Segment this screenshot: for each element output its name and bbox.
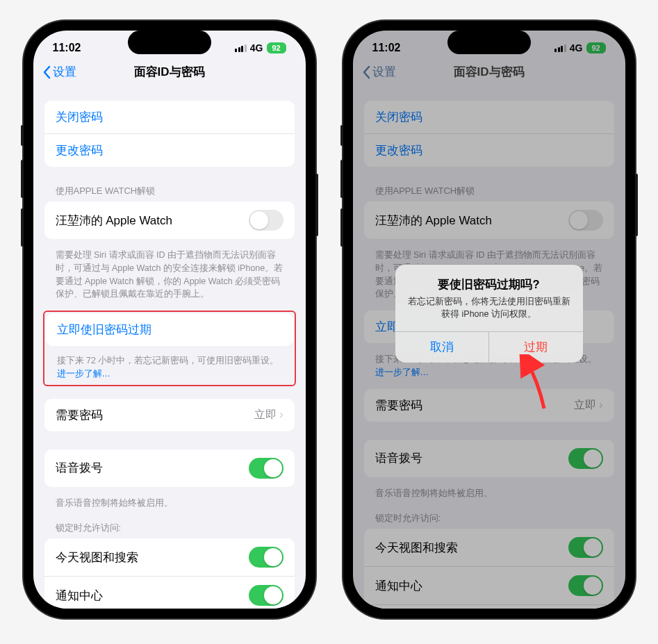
voice-footer: 音乐语音控制将始终被启用。 [44, 493, 295, 510]
battery-icon: 92 [267, 42, 286, 53]
notification-center-toggle[interactable] [249, 585, 283, 606]
voice-dial-row[interactable]: 语音拨号 [44, 449, 295, 487]
dynamic-island [447, 31, 531, 54]
voice-dial-toggle[interactable] [249, 458, 283, 479]
status-time: 11:02 [53, 42, 81, 54]
notification-center-row[interactable]: 通知中心 [44, 577, 295, 609]
turn-off-passcode-button[interactable]: 关闭密码 [44, 101, 295, 134]
watch-header: 使用APPLE WATCH解锁 [44, 172, 295, 201]
require-passcode-label: 需要密码 [56, 407, 103, 423]
apple-watch-label: 汪堃沛的 Apple Watch [56, 213, 172, 229]
apple-watch-toggle[interactable] [249, 210, 283, 231]
apple-watch-row[interactable]: 汪堃沛的 Apple Watch [44, 201, 295, 239]
learn-more-link[interactable]: 进一步了解… [57, 369, 111, 379]
chevron-left-icon [42, 65, 51, 79]
today-view-toggle[interactable] [249, 547, 283, 568]
dynamic-island [128, 31, 211, 54]
chevron-right-icon: › [279, 408, 283, 421]
expire-footer: 接下来 72 小时中，若忘记新密码，可使用旧密码重设。 进一步了解… [46, 350, 293, 383]
nav-bar: 设置 面容ID与密码 [33, 60, 306, 88]
watch-footer: 需要处理 Siri 请求或面容 ID 由于遮挡物而无法识别面容时，可通过与 Ap… [44, 245, 295, 301]
voice-dial-label: 语音拨号 [56, 460, 103, 476]
require-passcode-row[interactable]: 需要密码 立即 › [44, 399, 295, 431]
alert-cancel-button[interactable]: 取消 [395, 332, 489, 363]
signal-icon [235, 44, 247, 52]
confirm-alert: 要使旧密码过期吗? 若忘记新密码，你将无法使用旧密码重新获得 iPhone 访问… [395, 265, 583, 363]
phone-right: 11:02 4G 92 设置 面容ID与密码 关闭密码 更改密码 [343, 21, 635, 618]
status-network: 4G [250, 42, 263, 53]
locked-header: 锁定时允许访问: [44, 509, 295, 538]
require-passcode-value: 立即 [254, 408, 277, 422]
alert-confirm-button[interactable]: 过期 [488, 332, 583, 363]
alert-message: 若忘记新密码，你将无法使用旧密码重新获得 iPhone 访问权限。 [406, 295, 572, 320]
back-label: 设置 [53, 64, 76, 80]
change-passcode-button[interactable]: 更改密码 [44, 134, 295, 167]
back-button[interactable]: 设置 [42, 64, 76, 80]
phone-left: 11:02 4G 92 设置 面容ID与密码 关闭密码 更改密码 [24, 21, 315, 618]
today-view-row[interactable]: 今天视图和搜索 [44, 538, 295, 577]
highlight-annotation: 立即使旧密码过期 接下来 72 小时中，若忘记新密码，可使用旧密码重设。 进一步… [43, 311, 296, 386]
alert-title: 要使旧密码过期吗? [406, 277, 572, 292]
expire-old-passcode-button[interactable]: 立即使旧密码过期 [46, 313, 293, 346]
